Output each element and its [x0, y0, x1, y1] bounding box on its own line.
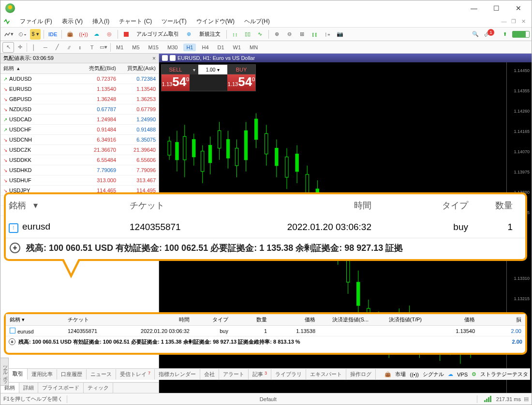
- tab-articles[interactable]: 記事3: [249, 369, 271, 379]
- menu-chart[interactable]: チャート (C): [115, 16, 156, 27]
- mw-row[interactable]: ↘ USDCNH 6.349166.35075: [0, 135, 159, 145]
- crosshair-icon[interactable]: ✛: [14, 42, 26, 53]
- mw-row[interactable]: ↗ USDCAD 1.249841.24990: [0, 115, 159, 125]
- lot-down-icon[interactable]: ▾: [190, 65, 198, 74]
- timeframe-dropdown[interactable]: ⏲▾: [17, 29, 28, 40]
- sell-label[interactable]: SELL: [162, 65, 190, 74]
- tab-journal[interactable]: 操作ログ: [346, 369, 376, 379]
- new-order-icon[interactable]: ⊕: [184, 29, 194, 40]
- chart-type-dropdown[interactable]: ▾: [2, 29, 15, 40]
- equichannel-icon[interactable]: ⫽: [63, 42, 74, 53]
- t-col-price2[interactable]: 価格: [424, 316, 477, 323]
- t-col-pl[interactable]: 損: [477, 316, 523, 323]
- mw-row[interactable]: ↘ USDCZK 21.3667021.39640: [0, 145, 159, 155]
- mw-col-symbol[interactable]: 銘柄 ▴: [0, 65, 79, 72]
- mw-tab-details[interactable]: 詳細: [19, 383, 38, 393]
- mw-close-icon[interactable]: ×: [152, 55, 156, 62]
- menu-file[interactable]: ファイル (F): [16, 16, 56, 27]
- level-icon[interactable]: ⬆: [500, 29, 510, 40]
- mw-tab-tick[interactable]: ティック: [84, 383, 113, 393]
- deposit-icon[interactable]: +: [10, 243, 20, 253]
- tab-trade[interactable]: 取引: [9, 369, 28, 380]
- algo-label[interactable]: アルゴリズム取引: [133, 30, 182, 38]
- mw-row[interactable]: ↘ NZDUSD 0.677870.67799: [0, 104, 159, 115]
- t-col-price[interactable]: 価格: [269, 316, 317, 323]
- trendline-icon[interactable]: ╱: [51, 42, 63, 53]
- signal-link-icon[interactable]: ((•)): [410, 372, 419, 377]
- market-icon[interactable]: 👜: [65, 29, 75, 40]
- menu-window[interactable]: ウインドウ(W): [192, 16, 238, 27]
- fibo-icon[interactable]: ⫾: [74, 42, 86, 53]
- cloud-icon[interactable]: ☁: [91, 29, 102, 40]
- mw-col-ask[interactable]: 買気配(Ask): [119, 65, 159, 72]
- status-profile[interactable]: Default: [260, 396, 277, 402]
- mw-row[interactable]: ↗ USDCHF 0.914840.91488: [0, 125, 159, 135]
- candles-icon[interactable]: ▯▯: [242, 29, 253, 40]
- tab-company[interactable]: 会社: [200, 369, 219, 379]
- minimize-button[interactable]: ―: [463, 1, 485, 15]
- vps-link-icon[interactable]: ☁: [448, 371, 453, 377]
- t-col-type[interactable]: タイプ: [192, 316, 230, 323]
- line-icon[interactable]: ∿: [255, 29, 266, 40]
- tab-calendar[interactable]: 指標カレンダー: [155, 369, 200, 379]
- tf-h4[interactable]: H4: [199, 43, 211, 51]
- zoom-in-icon[interactable]: ⊕: [272, 29, 282, 40]
- bars-icon[interactable]: ↕↕: [230, 29, 240, 40]
- mw-row[interactable]: ↗ AUDUSD 0.723760.72384: [0, 74, 159, 84]
- tf-m5[interactable]: M5: [129, 43, 142, 51]
- grid-icon[interactable]: ⊞: [297, 29, 308, 40]
- market-link-icon[interactable]: 👜: [384, 371, 391, 377]
- mw-row[interactable]: ↘ USDHUF 313.000313.467: [0, 175, 159, 186]
- buy-price[interactable]: 1.13 54 0: [227, 74, 255, 91]
- mdi-restore-icon[interactable]: ❐: [509, 18, 518, 25]
- tf-m30[interactable]: M30: [164, 43, 180, 51]
- mw-col-bid[interactable]: 売気配(Bid): [79, 65, 119, 72]
- mw-row[interactable]: ↘ GBPUSD 1.362481.36253: [0, 94, 159, 104]
- tab-news[interactable]: ニュース: [87, 369, 116, 379]
- hline-icon[interactable]: ─: [40, 42, 51, 53]
- maximize-button[interactable]: ☐: [485, 1, 507, 15]
- t-col-tp[interactable]: 決済指値(T/P): [370, 316, 424, 323]
- zoom-out-icon[interactable]: ⊖: [284, 29, 295, 40]
- tf-m1[interactable]: M1: [113, 43, 126, 51]
- camera-icon[interactable]: 📷: [335, 29, 345, 40]
- lot-input[interactable]: 1.00▾: [198, 65, 227, 74]
- text-icon[interactable]: T: [86, 42, 98, 53]
- tf-m15[interactable]: M15: [146, 43, 162, 51]
- tf-mn[interactable]: MN: [247, 43, 261, 51]
- t-col-symbol[interactable]: 銘柄 ▾: [8, 316, 66, 323]
- tab-experts[interactable]: エキスパート: [306, 369, 346, 379]
- mdi-close-icon[interactable]: ✕: [519, 18, 528, 25]
- search-icon[interactable]: 🔍: [470, 29, 481, 40]
- mw-row[interactable]: ↘ USDHKD 7.790697.79096: [0, 165, 159, 175]
- notification-icon[interactable]: 🗪1: [483, 29, 498, 40]
- mw-row[interactable]: ↘ EURUSD 1.135401.13540: [0, 84, 159, 94]
- toolbox-tab[interactable]: ツールボックス: [0, 358, 9, 386]
- menu-view[interactable]: 表示 (V): [58, 16, 87, 27]
- tab-alerts[interactable]: アラート: [219, 369, 249, 379]
- deposit-icon-small[interactable]: +: [9, 338, 15, 345]
- close-button[interactable]: ✕: [507, 1, 530, 15]
- tf-w1[interactable]: W1: [230, 43, 244, 51]
- new-order-label[interactable]: 新規注文: [196, 30, 223, 38]
- t-col-time[interactable]: 時間: [124, 316, 192, 323]
- mw-tab-priceboard[interactable]: プライスボード: [38, 383, 84, 393]
- menu-tools[interactable]: ツール(T): [158, 16, 190, 27]
- tab-exposure[interactable]: 運用比率: [28, 369, 57, 379]
- tab-inbox[interactable]: 受信トレイ7: [116, 369, 155, 379]
- tf-d1[interactable]: D1: [215, 43, 227, 51]
- target-icon[interactable]: ◎: [104, 29, 115, 40]
- tf-h1[interactable]: H1: [183, 43, 196, 51]
- shapes-dropdown[interactable]: ▭▾: [98, 42, 109, 53]
- menu-insert[interactable]: 挿入(I): [89, 16, 113, 27]
- autoscroll-icon[interactable]: ⫶↦: [322, 29, 333, 40]
- menu-help[interactable]: ヘルプ(H): [240, 16, 274, 27]
- mw-row[interactable]: ↘ USDDKK 6.554846.55606: [0, 155, 159, 165]
- buy-label[interactable]: BUY: [227, 65, 255, 74]
- tab-history[interactable]: 口座履歴: [57, 369, 87, 379]
- t-col-ticket[interactable]: チケット: [66, 316, 124, 323]
- tester-link-icon[interactable]: ⚙: [472, 371, 476, 377]
- tab-library[interactable]: ライブラリ: [271, 369, 306, 379]
- sell-price[interactable]: 1.13 54 0: [162, 74, 190, 91]
- mdi-min-icon[interactable]: ―: [500, 18, 508, 25]
